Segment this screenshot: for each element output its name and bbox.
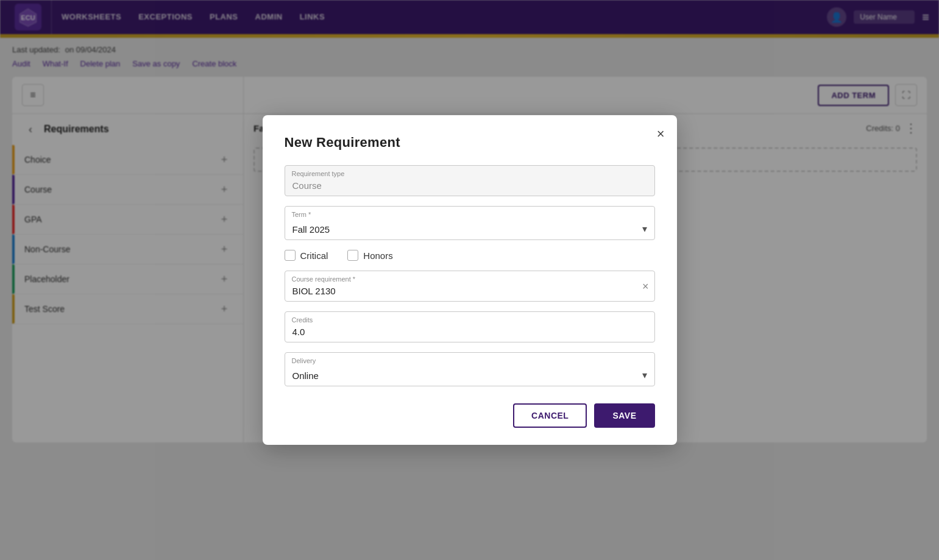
modal-title: New Requirement xyxy=(285,135,655,151)
honors-checkbox[interactable] xyxy=(347,250,358,261)
requirement-type-input[interactable] xyxy=(285,165,655,196)
honors-label: Honors xyxy=(363,250,392,261)
delivery-select[interactable]: Online ▾ xyxy=(285,352,655,386)
term-select-value: Fall 2025 xyxy=(292,224,330,235)
term-field: Term * Fall 2025 ▾ xyxy=(285,206,655,240)
delivery-select-value: Online xyxy=(292,370,319,381)
modal-footer: CANCEL SAVE xyxy=(285,403,655,428)
save-button[interactable]: SAVE xyxy=(594,403,654,428)
honors-checkbox-item[interactable]: Honors xyxy=(347,250,392,261)
term-select[interactable]: Fall 2025 ▾ xyxy=(285,206,655,240)
critical-checkbox[interactable] xyxy=(285,250,296,261)
delivery-field: Delivery Online ▾ xyxy=(285,352,655,386)
term-dropdown-icon: ▾ xyxy=(642,223,647,235)
credits-field: Credits xyxy=(285,311,655,342)
credits-input[interactable] xyxy=(285,311,655,342)
checkboxes-row: Critical Honors xyxy=(285,250,655,261)
critical-label: Critical xyxy=(300,250,328,261)
course-requirement-clear-button[interactable]: × xyxy=(642,281,649,292)
modal-overlay: New Requirement × Requirement type Term … xyxy=(0,0,939,560)
modal-close-button[interactable]: × xyxy=(657,127,665,141)
delivery-dropdown-icon: ▾ xyxy=(642,369,647,381)
course-requirement-field: Course requirement * × xyxy=(285,271,655,302)
new-requirement-modal: New Requirement × Requirement type Term … xyxy=(263,115,677,445)
critical-checkbox-item[interactable]: Critical xyxy=(285,250,328,261)
cancel-button[interactable]: CANCEL xyxy=(513,403,587,428)
requirement-type-field: Requirement type xyxy=(285,165,655,196)
course-requirement-input[interactable] xyxy=(285,271,655,302)
